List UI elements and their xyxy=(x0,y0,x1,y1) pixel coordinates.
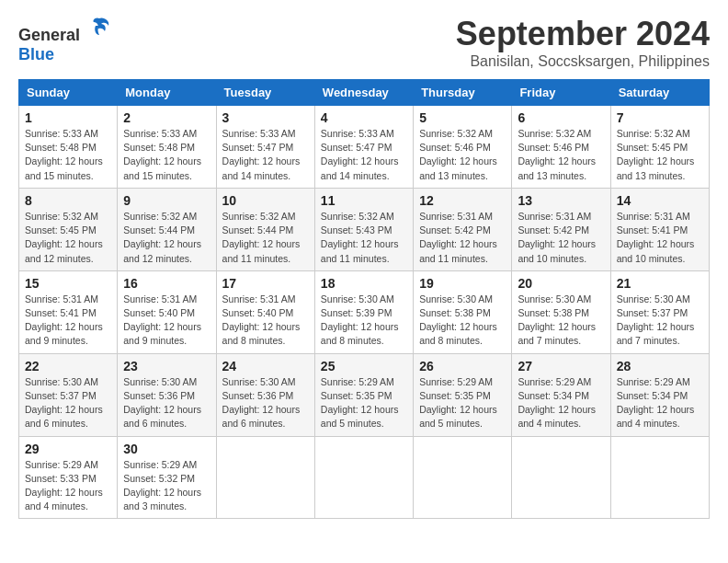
calendar-cell: 9Sunrise: 5:32 AM Sunset: 5:44 PM Daylig… xyxy=(118,188,216,270)
calendar-cell: 15Sunrise: 5:31 AM Sunset: 5:41 PM Dayli… xyxy=(19,270,118,353)
day-number: 27 xyxy=(518,359,604,373)
calendar-cell xyxy=(216,436,314,519)
calendar-table: SundayMondayTuesdayWednesdayThursdayFrid… xyxy=(18,79,710,519)
day-detail: Sunrise: 5:33 AM Sunset: 5:48 PM Dayligh… xyxy=(123,127,210,183)
calendar-header: SundayMondayTuesdayWednesdayThursdayFrid… xyxy=(19,80,710,106)
calendar-cell: 20Sunrise: 5:30 AM Sunset: 5:38 PM Dayli… xyxy=(512,270,610,353)
day-detail: Sunrise: 5:29 AM Sunset: 5:34 PM Dayligh… xyxy=(617,375,703,431)
day-number: 6 xyxy=(518,110,604,125)
calendar-cell: 28Sunrise: 5:29 AM Sunset: 5:34 PM Dayli… xyxy=(610,353,709,436)
calendar-cell: 10Sunrise: 5:32 AM Sunset: 5:44 PM Dayli… xyxy=(216,188,314,270)
calendar-cell: 1Sunrise: 5:33 AM Sunset: 5:48 PM Daylig… xyxy=(19,106,118,189)
calendar-week-4: 22Sunrise: 5:30 AM Sunset: 5:37 PM Dayli… xyxy=(19,353,710,436)
calendar-cell: 2Sunrise: 5:33 AM Sunset: 5:48 PM Daylig… xyxy=(118,106,216,189)
day-detail: Sunrise: 5:29 AM Sunset: 5:34 PM Dayligh… xyxy=(518,375,604,431)
calendar-cell: 21Sunrise: 5:30 AM Sunset: 5:37 PM Dayli… xyxy=(610,270,709,353)
day-number: 30 xyxy=(123,442,210,456)
day-number: 11 xyxy=(321,193,407,208)
calendar-cell: 30Sunrise: 5:29 AM Sunset: 5:32 PM Dayli… xyxy=(118,436,216,519)
calendar-cell: 11Sunrise: 5:32 AM Sunset: 5:43 PM Dayli… xyxy=(314,188,413,270)
day-number: 13 xyxy=(518,193,604,208)
calendar-week-3: 15Sunrise: 5:31 AM Sunset: 5:41 PM Dayli… xyxy=(19,270,710,353)
logo-text: General Blue xyxy=(18,15,112,64)
day-detail: Sunrise: 5:31 AM Sunset: 5:42 PM Dayligh… xyxy=(419,210,506,266)
calendar-cell: 8Sunrise: 5:32 AM Sunset: 5:45 PM Daylig… xyxy=(19,188,118,270)
day-number: 14 xyxy=(617,193,703,208)
day-number: 1 xyxy=(25,110,111,125)
calendar-body: 1Sunrise: 5:33 AM Sunset: 5:48 PM Daylig… xyxy=(19,106,710,519)
logo-general: General xyxy=(18,26,80,44)
day-number: 20 xyxy=(518,276,604,291)
calendar-cell xyxy=(512,436,610,519)
calendar-subtitle: Banisilan, Soccsksargen, Philippines xyxy=(456,53,710,70)
day-number: 9 xyxy=(123,193,210,208)
day-detail: Sunrise: 5:31 AM Sunset: 5:41 PM Dayligh… xyxy=(25,293,111,349)
calendar-cell: 5Sunrise: 5:32 AM Sunset: 5:46 PM Daylig… xyxy=(414,106,512,189)
day-number: 23 xyxy=(123,359,210,373)
weekday-header-saturday: Saturday xyxy=(610,80,709,106)
weekday-header-monday: Monday xyxy=(118,80,216,106)
calendar-cell: 18Sunrise: 5:30 AM Sunset: 5:39 PM Dayli… xyxy=(314,270,413,353)
logo-blue: Blue xyxy=(18,45,54,63)
day-detail: Sunrise: 5:29 AM Sunset: 5:35 PM Dayligh… xyxy=(321,375,407,431)
day-number: 16 xyxy=(123,276,210,291)
calendar-cell: 27Sunrise: 5:29 AM Sunset: 5:34 PM Dayli… xyxy=(512,353,610,436)
day-number: 25 xyxy=(321,359,407,373)
day-detail: Sunrise: 5:30 AM Sunset: 5:38 PM Dayligh… xyxy=(518,293,604,349)
day-number: 7 xyxy=(617,110,703,125)
day-number: 12 xyxy=(419,193,506,208)
calendar-cell: 22Sunrise: 5:30 AM Sunset: 5:37 PM Dayli… xyxy=(19,353,118,436)
calendar-cell: 6Sunrise: 5:32 AM Sunset: 5:46 PM Daylig… xyxy=(512,106,610,189)
calendar-cell: 7Sunrise: 5:32 AM Sunset: 5:45 PM Daylig… xyxy=(610,106,709,189)
calendar-week-1: 1Sunrise: 5:33 AM Sunset: 5:48 PM Daylig… xyxy=(19,106,710,189)
day-number: 17 xyxy=(222,276,309,291)
calendar-cell: 19Sunrise: 5:30 AM Sunset: 5:38 PM Dayli… xyxy=(414,270,512,353)
day-detail: Sunrise: 5:31 AM Sunset: 5:41 PM Dayligh… xyxy=(617,210,703,266)
day-number: 5 xyxy=(419,110,506,125)
day-detail: Sunrise: 5:30 AM Sunset: 5:37 PM Dayligh… xyxy=(617,293,703,349)
day-detail: Sunrise: 5:32 AM Sunset: 5:43 PM Dayligh… xyxy=(321,210,407,266)
day-detail: Sunrise: 5:30 AM Sunset: 5:37 PM Dayligh… xyxy=(25,375,111,431)
day-number: 3 xyxy=(222,110,309,125)
day-detail: Sunrise: 5:30 AM Sunset: 5:36 PM Dayligh… xyxy=(222,375,309,431)
day-number: 19 xyxy=(419,276,506,291)
day-detail: Sunrise: 5:33 AM Sunset: 5:47 PM Dayligh… xyxy=(222,127,309,183)
weekday-row: SundayMondayTuesdayWednesdayThursdayFrid… xyxy=(19,80,710,106)
calendar-cell: 24Sunrise: 5:30 AM Sunset: 5:36 PM Dayli… xyxy=(216,353,314,436)
weekday-header-tuesday: Tuesday xyxy=(216,80,314,106)
day-detail: Sunrise: 5:31 AM Sunset: 5:42 PM Dayligh… xyxy=(518,210,604,266)
day-detail: Sunrise: 5:31 AM Sunset: 5:40 PM Dayligh… xyxy=(123,293,210,349)
day-detail: Sunrise: 5:32 AM Sunset: 5:45 PM Dayligh… xyxy=(25,210,111,266)
calendar-cell: 14Sunrise: 5:31 AM Sunset: 5:41 PM Dayli… xyxy=(610,188,709,270)
day-number: 10 xyxy=(222,193,309,208)
day-number: 26 xyxy=(419,359,506,373)
calendar-week-2: 8Sunrise: 5:32 AM Sunset: 5:45 PM Daylig… xyxy=(19,188,710,270)
day-detail: Sunrise: 5:29 AM Sunset: 5:32 PM Dayligh… xyxy=(123,458,210,514)
calendar-cell: 26Sunrise: 5:29 AM Sunset: 5:35 PM Dayli… xyxy=(414,353,512,436)
day-detail: Sunrise: 5:32 AM Sunset: 5:44 PM Dayligh… xyxy=(123,210,210,266)
day-detail: Sunrise: 5:32 AM Sunset: 5:45 PM Dayligh… xyxy=(617,127,703,183)
day-detail: Sunrise: 5:29 AM Sunset: 5:33 PM Dayligh… xyxy=(25,458,111,514)
weekday-header-friday: Friday xyxy=(512,80,610,106)
day-detail: Sunrise: 5:33 AM Sunset: 5:48 PM Dayligh… xyxy=(25,127,111,183)
day-number: 8 xyxy=(25,193,111,208)
page-header: General Blue September 2024 Banisilan, S… xyxy=(18,15,710,70)
day-number: 2 xyxy=(123,110,210,125)
calendar-cell xyxy=(414,436,512,519)
calendar-title: September 2024 xyxy=(456,15,710,53)
title-area: September 2024 Banisilan, Soccsksargen, … xyxy=(456,15,710,70)
day-number: 24 xyxy=(222,359,309,373)
day-detail: Sunrise: 5:32 AM Sunset: 5:46 PM Dayligh… xyxy=(419,127,506,183)
calendar-cell: 12Sunrise: 5:31 AM Sunset: 5:42 PM Dayli… xyxy=(414,188,512,270)
logo-bird-icon xyxy=(86,15,112,40)
day-detail: Sunrise: 5:30 AM Sunset: 5:36 PM Dayligh… xyxy=(123,375,210,431)
calendar-cell: 4Sunrise: 5:33 AM Sunset: 5:47 PM Daylig… xyxy=(314,106,413,189)
day-detail: Sunrise: 5:33 AM Sunset: 5:47 PM Dayligh… xyxy=(321,127,407,183)
calendar-week-5: 29Sunrise: 5:29 AM Sunset: 5:33 PM Dayli… xyxy=(19,436,710,519)
calendar-cell: 3Sunrise: 5:33 AM Sunset: 5:47 PM Daylig… xyxy=(216,106,314,189)
day-number: 29 xyxy=(25,442,111,456)
calendar-cell: 25Sunrise: 5:29 AM Sunset: 5:35 PM Dayli… xyxy=(314,353,413,436)
calendar-cell xyxy=(610,436,709,519)
day-number: 4 xyxy=(321,110,407,125)
calendar-cell: 23Sunrise: 5:30 AM Sunset: 5:36 PM Dayli… xyxy=(118,353,216,436)
